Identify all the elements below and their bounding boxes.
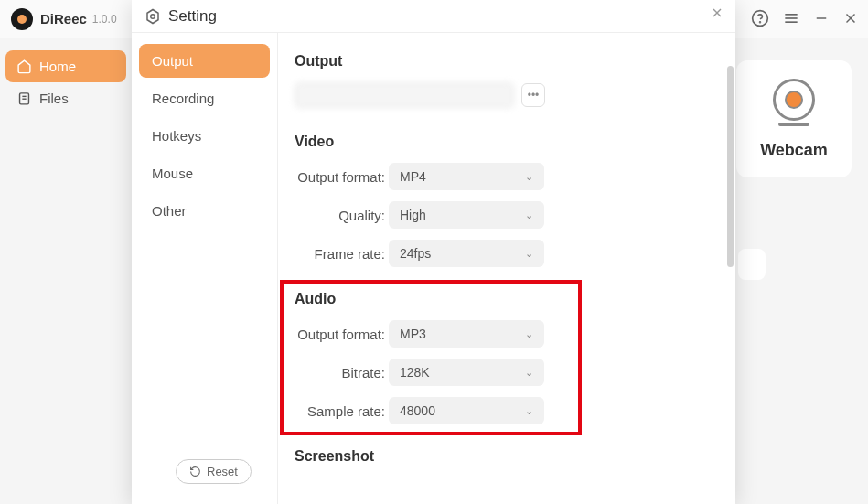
svg-point-1	[760, 22, 761, 23]
settings-content: Output ••• Video Output format: MP4 ⌄	[278, 33, 735, 504]
modal-body: Output Recording Hotkeys Mouse Other Res…	[132, 33, 735, 504]
audio-bitrate-select[interactable]: 128K ⌄	[389, 359, 544, 386]
app-name: DiReec	[40, 11, 87, 27]
svg-point-12	[151, 14, 155, 18]
audio-bitrate-label: Bitrate:	[295, 365, 389, 381]
background-button-fragment	[738, 249, 766, 280]
section-output: Output •••	[295, 53, 715, 108]
video-quality-label: Quality:	[295, 208, 389, 223]
chevron-down-icon: ⌄	[525, 328, 533, 340]
audio-format-label: Output format:	[295, 327, 389, 342]
chevron-down-icon: ⌄	[525, 248, 533, 260]
reset-icon	[189, 466, 201, 477]
section-title-video: Video	[295, 134, 715, 150]
help-icon[interactable]	[751, 9, 769, 27]
modal-title: Setting	[168, 7, 217, 26]
video-framerate-select[interactable]: 24fps ⌄	[389, 240, 544, 267]
modal-close-icon[interactable]	[710, 5, 724, 20]
video-framerate-label: Frame rate:	[295, 246, 389, 262]
sidebar-item-home[interactable]: Home	[5, 50, 126, 82]
settings-icon	[145, 8, 161, 25]
reset-label: Reset	[207, 465, 238, 478]
close-icon[interactable]	[842, 10, 859, 27]
settings-modal: Setting Output Recording Hotkeys Mouse O…	[132, 0, 735, 504]
audio-samplerate-label: Sample rate:	[295, 403, 389, 419]
section-title-screenshot: Screenshot	[295, 448, 715, 465]
output-path-input[interactable]	[295, 82, 514, 108]
app-version: 1.0.0	[92, 13, 117, 26]
audio-samplerate-select[interactable]: 48000 ⌄	[389, 397, 544, 424]
nav-item-other[interactable]: Other	[139, 194, 270, 228]
webcam-mode-card[interactable]: Webcam	[736, 60, 852, 177]
modal-header: Setting	[132, 0, 735, 33]
video-format-select[interactable]: MP4 ⌄	[389, 163, 544, 190]
sidebar-item-files[interactable]: Files	[5, 82, 126, 114]
minimize-icon[interactable]	[813, 10, 830, 27]
browse-path-button[interactable]: •••	[521, 83, 545, 107]
reset-button[interactable]: Reset	[176, 459, 252, 484]
section-title-audio: Audio	[295, 291, 715, 307]
menu-icon[interactable]	[782, 9, 800, 27]
video-quality-select[interactable]: High ⌄	[389, 201, 544, 229]
svg-marker-11	[147, 9, 158, 23]
files-icon	[16, 91, 32, 106]
sidebar-item-label: Home	[39, 59, 76, 74]
video-format-label: Output format:	[295, 169, 389, 185]
webcam-label: Webcam	[760, 141, 828, 160]
window-controls	[751, 9, 859, 27]
settings-nav: Output Recording Hotkeys Mouse Other Res…	[132, 33, 278, 504]
chevron-down-icon: ⌄	[525, 209, 533, 221]
section-title-output: Output	[295, 53, 715, 70]
webcam-icon	[773, 79, 815, 121]
chevron-down-icon: ⌄	[525, 405, 533, 417]
audio-format-select[interactable]: MP3 ⌄	[389, 320, 544, 348]
nav-item-mouse[interactable]: Mouse	[139, 156, 270, 190]
section-screenshot: Screenshot	[295, 448, 715, 465]
app-logo-icon	[11, 8, 33, 30]
sidebar-item-label: Files	[39, 91, 69, 106]
scrollbar[interactable]	[727, 66, 734, 267]
chevron-down-icon: ⌄	[525, 171, 533, 183]
nav-item-hotkeys[interactable]: Hotkeys	[139, 119, 270, 153]
chevron-down-icon: ⌄	[525, 367, 533, 379]
nav-item-output[interactable]: Output	[139, 44, 270, 78]
main-sidebar: Home Files	[5, 50, 126, 114]
nav-item-recording[interactable]: Recording	[139, 81, 270, 115]
home-icon	[16, 59, 32, 74]
section-audio: Audio Output format: MP3 ⌄ Bitrate: 128K…	[295, 291, 715, 424]
section-video: Video Output format: MP4 ⌄ Quality: High…	[295, 134, 715, 267]
